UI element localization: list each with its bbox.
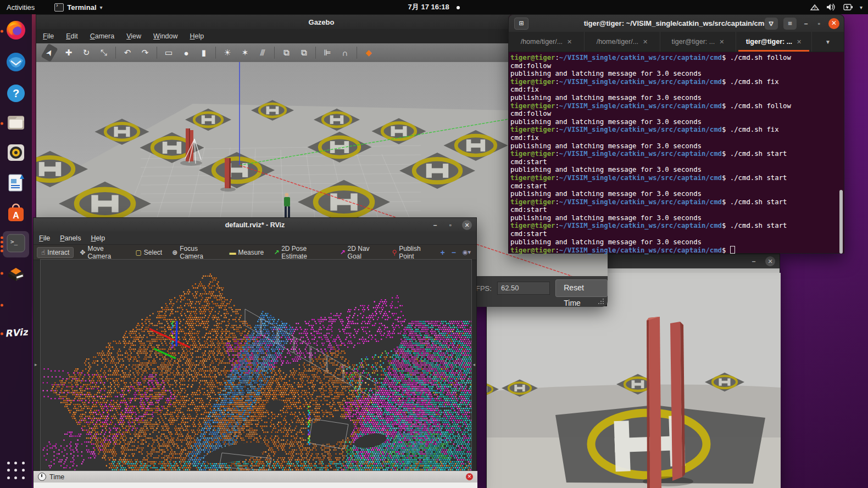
camera-icon[interactable]: ◉▾	[463, 249, 471, 256]
gazebo-menu-camera[interactable]: Camera	[90, 32, 114, 40]
gazebo-menu-help[interactable]: Help	[190, 32, 204, 40]
terminal-line: tiger@tiger:~/VISIM_single/catkin_ws/src…	[510, 78, 844, 86]
dock-item-rviz[interactable]: RViz	[3, 321, 29, 347]
add-tool-button[interactable]: +	[441, 248, 445, 257]
running-indicator	[1, 30, 3, 33]
tab-list-dropdown-icon[interactable]: ▼	[812, 32, 844, 52]
tool-interact-button[interactable]: ☝Interact	[37, 247, 74, 258]
directional-light-icon[interactable]: ⫻	[257, 48, 269, 58]
tool-2d-nav-goal-button[interactable]: ↗2D Nav Goal	[336, 244, 386, 261]
terminal-line: cmd:fix	[510, 134, 844, 142]
redo-icon[interactable]: ↷	[139, 48, 151, 58]
tool-focus-camera-button[interactable]: ⊕Focus Camera	[168, 244, 223, 261]
tool-measure-button[interactable]: ▬Measure	[225, 248, 268, 257]
system-status-area[interactable]: ? ▾	[810, 3, 863, 11]
spot-light-icon[interactable]: ✶	[239, 48, 251, 58]
minimize-button[interactable]: –	[750, 257, 758, 265]
tool-2d-pose-estimate-button[interactable]: ↗2D Pose Estimate	[270, 244, 333, 261]
gazebo-menu-view[interactable]: View	[126, 32, 141, 40]
fps-value-field[interactable]: 62.50	[497, 282, 550, 295]
copy-icon[interactable]: ⧉	[280, 48, 292, 58]
dock-item-thunderbird[interactable]	[3, 50, 29, 76]
terminal-scrollbar[interactable]	[839, 190, 843, 254]
panel-expand-right-icon[interactable]: ◂	[472, 362, 475, 367]
undo-icon[interactable]: ↶	[121, 48, 133, 58]
show-applications-button[interactable]	[6, 461, 26, 480]
chevron-down-icon: ▾	[100, 4, 103, 10]
terminal-tab[interactable]: /home/tiger/...✕	[585, 32, 660, 52]
clock[interactable]: 7月 17 16:18	[408, 3, 449, 11]
scale-icon[interactable]: ⤡	[98, 48, 110, 58]
new-tab-button[interactable]: ⊞	[514, 18, 528, 30]
rviz-menu-file[interactable]: File	[39, 234, 50, 242]
dock-item-libreoffice-writer[interactable]	[3, 171, 29, 197]
close-icon[interactable]: ✕	[828, 18, 839, 29]
dock-item-terminal[interactable]: >_	[3, 231, 29, 257]
dock-item-gazebo[interactable]	[3, 260, 29, 287]
terminal-line: cmd:follow	[510, 110, 844, 118]
tool-publish-point-button[interactable]: ⚲Publish Point	[388, 244, 438, 261]
minimize-button[interactable]: –	[431, 221, 439, 229]
dock-item-help[interactable]: ?	[3, 81, 29, 108]
terminal-line: publishing and latching message for 3.0 …	[510, 94, 844, 102]
terminal-tab[interactable]: tiger@tiger: ...✕	[660, 32, 736, 52]
panel-expand-left-icon[interactable]: ▸	[35, 362, 37, 367]
rotate-icon[interactable]: ↻	[80, 48, 92, 58]
close-tab-icon[interactable]: ✕	[719, 38, 724, 46]
resize-grip[interactable]	[598, 298, 604, 305]
terminal-tab[interactable]: tiger@tiger: ...✕	[736, 32, 812, 52]
dock-item-unknown-app[interactable]	[3, 292, 29, 318]
cylinder-icon[interactable]: ▮	[198, 48, 210, 58]
rviz-titlebar[interactable]: default.rviz* - RViz – ▫ ✕	[34, 218, 476, 232]
terminal-output[interactable]: tiger@tiger:~/VISIM_single/catkin_ws/src…	[509, 52, 844, 256]
rviz-menu-help[interactable]: Help	[91, 234, 105, 242]
close-panel-icon[interactable]: ✕	[466, 473, 473, 480]
close-tab-icon[interactable]: ✕	[567, 38, 572, 46]
tool-move-camera-button[interactable]: ✥Move Camera	[76, 244, 129, 261]
view-angle-icon[interactable]: ◆	[363, 48, 375, 58]
gazebo-menu-edit[interactable]: Edit	[66, 32, 78, 40]
paste-icon[interactable]: ⧉	[298, 48, 310, 58]
sphere-icon[interactable]: ●	[180, 48, 192, 58]
tool-label: Focus Camera	[180, 245, 219, 260]
command-text: ./cmd.sh follow	[730, 54, 791, 61]
command-text: ./cmd.sh start	[730, 174, 787, 182]
app-menu[interactable]: Terminal ▾	[54, 3, 102, 12]
tool-select-button[interactable]: ▢Select	[131, 248, 166, 257]
dock-item-files[interactable]	[3, 110, 29, 137]
point-light-icon[interactable]: ☀	[221, 48, 233, 58]
close-icon[interactable]: ✕	[765, 256, 775, 266]
prompt-user: tiger@tiger	[510, 246, 555, 254]
remove-tool-button[interactable]: −	[452, 248, 456, 257]
terminal-cursor	[730, 246, 735, 254]
search-icon[interactable]: 🜄	[765, 18, 778, 30]
command-text: ./cmd.sh start	[730, 222, 787, 229]
minimize-button[interactable]: –	[802, 20, 810, 27]
dock-item-rhythmbox[interactable]	[3, 141, 29, 167]
close-tab-icon[interactable]: ✕	[797, 38, 802, 46]
maximize-button[interactable]: ▫	[815, 20, 823, 27]
rviz-menu-panels[interactable]: Panels	[60, 234, 81, 242]
gazebo-menu-window[interactable]: Window	[153, 32, 177, 40]
activities-button[interactable]: Activities	[7, 3, 35, 12]
dock-item-ubuntu-software[interactable]: A	[3, 201, 29, 227]
close-icon[interactable]: ✕	[462, 220, 472, 230]
dock-item-firefox[interactable]	[3, 18, 29, 44]
close-tab-icon[interactable]: ✕	[643, 38, 648, 46]
translate-icon[interactable]: ✚	[63, 48, 75, 58]
box-icon[interactable]: ▭	[163, 48, 175, 58]
terminal-titlebar[interactable]: ⊞ tiger@tiger: ~/VISIM_single/catkin_ws/…	[509, 15, 844, 32]
move-camera-icon: ✥	[80, 249, 85, 256]
gazebo-menu-file[interactable]: File	[43, 32, 54, 40]
menu-icon[interactable]: ≡	[783, 18, 797, 30]
prompt-user: tiger@tiger	[510, 222, 555, 229]
time-panel-header[interactable]: Time ✕	[34, 471, 477, 483]
align-icon[interactable]: ⊫	[321, 48, 333, 58]
reset-time-button[interactable]: Reset Time	[555, 279, 608, 297]
snap-icon[interactable]: ∩	[339, 48, 351, 58]
rviz-3d-view[interactable]	[40, 259, 472, 471]
maximize-button[interactable]: ▫	[447, 221, 454, 229]
terminal-tab[interactable]: /home/tiger/...✕	[509, 32, 585, 52]
firefox-icon	[5, 20, 26, 43]
select-arrow-icon[interactable]: ➤	[41, 43, 58, 62]
